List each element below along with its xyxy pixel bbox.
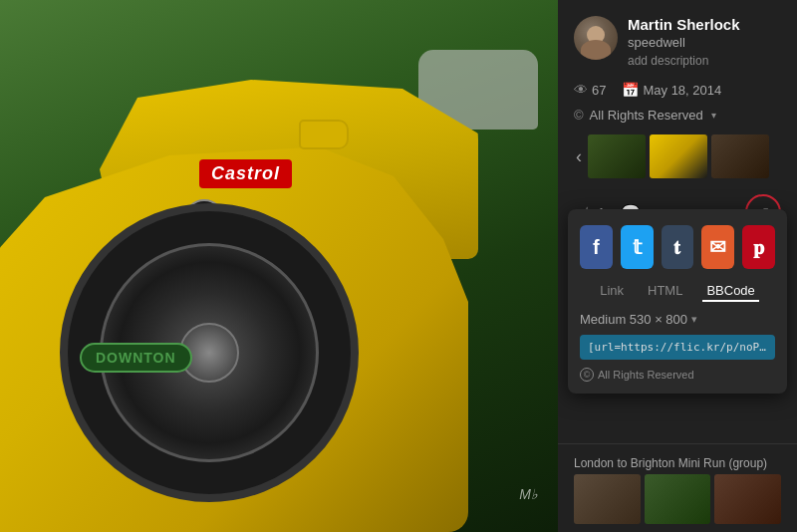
prev-arrow[interactable]: ‹ — [574, 144, 584, 169]
bbcode-input[interactable]: [url=https://flic.kr/p/noPcw1][img]https… — [580, 335, 775, 360]
user-name[interactable]: Martin Sherlock — [628, 16, 781, 33]
group-label[interactable]: London to Brighton Mini Run (group) — [558, 452, 797, 474]
views-count: 67 — [592, 83, 606, 98]
facebook-button[interactable]: f — [580, 225, 613, 269]
photo-panel: Castrol S DOWNTON M♭ — [0, 0, 558, 532]
tab-bbcode[interactable]: BBCode — [702, 281, 758, 302]
avatar[interactable] — [574, 16, 618, 60]
date-value: May 18, 2014 — [643, 83, 721, 98]
photographer-watermark: M♭ — [519, 486, 538, 502]
thumb-container — [588, 134, 781, 178]
size-chevron-icon: ▾ — [691, 313, 697, 326]
castrol-badge: Castrol — [199, 159, 292, 188]
email-button[interactable]: ✉ — [701, 225, 734, 269]
pinterest-button[interactable]: 𝐩 — [742, 225, 775, 269]
group-thumbnails — [558, 474, 797, 532]
share-tabs: Link HTML BBCode — [580, 281, 775, 302]
group-thumb-1[interactable] — [574, 474, 641, 524]
license-row[interactable]: © All Rights Reserved ▾ — [558, 104, 797, 127]
car-mirror — [299, 120, 349, 149]
tab-link[interactable]: Link — [596, 281, 628, 302]
size-selector[interactable]: Medium 530 × 800 ▾ — [580, 312, 775, 327]
group-thumb-2[interactable] — [645, 474, 711, 524]
copyright-icon: © — [574, 108, 584, 123]
stats-row: 👁 67 📅 May 18, 2014 — [558, 76, 797, 104]
size-label: Medium 530 × 800 — [580, 312, 687, 327]
calendar-icon: 📅 — [622, 82, 639, 98]
views-stat: 👁 67 — [574, 82, 606, 98]
share-popup: f 𝕥 𝐭 ✉ 𝐩 Link HTML BBCode Medium 530 × … — [568, 209, 787, 394]
avatar-body — [581, 40, 611, 60]
thumbnail-2[interactable] — [650, 134, 707, 178]
chevron-down-icon: ▾ — [711, 110, 716, 121]
tumblr-button[interactable]: 𝐭 — [662, 225, 694, 269]
date-stat: 📅 May 18, 2014 — [622, 82, 721, 98]
copyright-circle-icon: © — [580, 368, 594, 382]
user-info: Martin Sherlock speedwell add descriptio… — [628, 16, 781, 68]
tab-html[interactable]: HTML — [644, 281, 686, 302]
thumbnail-1[interactable] — [588, 134, 646, 178]
thumbnail-strip: ‹ — [558, 127, 797, 186]
sidebar: Martin Sherlock speedwell add descriptio… — [558, 0, 797, 532]
group-thumb-3[interactable] — [714, 474, 781, 524]
popup-copyright-text: All Rights Reserved — [598, 369, 694, 381]
user-username[interactable]: speedwell — [628, 35, 781, 50]
downton-badge: DOWNTON — [80, 343, 192, 373]
license-text: All Rights Reserved — [590, 108, 703, 123]
views-icon: 👁 — [574, 82, 588, 98]
user-section: Martin Sherlock speedwell add descriptio… — [558, 0, 797, 76]
thumbnail-3[interactable] — [711, 134, 769, 178]
social-icons-row: f 𝕥 𝐭 ✉ 𝐩 — [580, 225, 775, 269]
add-description-link[interactable]: add description — [628, 54, 781, 68]
twitter-button[interactable]: 𝕥 — [621, 225, 654, 269]
popup-copyright: © All Rights Reserved — [580, 368, 775, 382]
